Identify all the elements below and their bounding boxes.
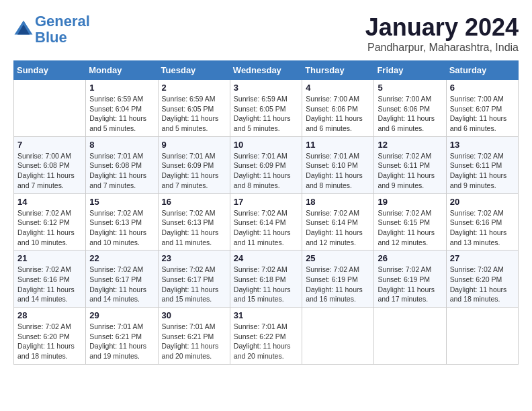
day-number: 21 xyxy=(17,253,82,263)
calendar-cell: 17Sunrise: 7:02 AMSunset: 6:14 PMDayligh… xyxy=(230,193,302,250)
day-number: 31 xyxy=(234,310,298,320)
weekday-header-row: SundayMondayTuesdayWednesdayThursdayFrid… xyxy=(14,61,519,80)
day-number: 14 xyxy=(17,197,82,207)
page-header: General Blue January 2024 Pandharpur, Ma… xyxy=(13,13,519,54)
weekday-header-saturday: Saturday xyxy=(446,61,518,80)
day-info: Sunrise: 7:02 AMSunset: 6:13 PMDaylight:… xyxy=(162,208,226,248)
calendar-cell: 13Sunrise: 7:02 AMSunset: 6:11 PMDayligh… xyxy=(446,136,518,193)
day-info: Sunrise: 7:02 AMSunset: 6:13 PMDaylight:… xyxy=(89,208,154,248)
day-number: 20 xyxy=(450,197,515,207)
day-info: Sunrise: 7:02 AMSunset: 6:16 PMDaylight:… xyxy=(450,208,515,248)
weekday-header-monday: Monday xyxy=(86,61,158,80)
logo-line2: Blue xyxy=(35,29,67,46)
day-number: 7 xyxy=(17,140,82,150)
calendar-week-row: 14Sunrise: 7:02 AMSunset: 6:12 PMDayligh… xyxy=(14,193,519,250)
calendar-cell: 23Sunrise: 7:02 AMSunset: 6:17 PMDayligh… xyxy=(158,250,230,308)
day-info: Sunrise: 7:00 AMSunset: 6:06 PMDaylight:… xyxy=(378,94,442,134)
day-info: Sunrise: 7:02 AMSunset: 6:16 PMDaylight:… xyxy=(17,265,82,304)
weekday-header-friday: Friday xyxy=(374,61,446,80)
calendar-cell: 16Sunrise: 7:02 AMSunset: 6:13 PMDayligh… xyxy=(158,193,230,250)
day-number: 29 xyxy=(89,310,154,320)
day-info: Sunrise: 7:02 AMSunset: 6:20 PMDaylight:… xyxy=(450,265,515,304)
day-info: Sunrise: 7:02 AMSunset: 6:11 PMDaylight:… xyxy=(378,151,442,191)
calendar-cell: 15Sunrise: 7:02 AMSunset: 6:13 PMDayligh… xyxy=(86,193,158,250)
calendar-cell: 27Sunrise: 7:02 AMSunset: 6:20 PMDayligh… xyxy=(446,250,518,308)
day-number: 6 xyxy=(450,83,515,93)
weekday-header-wednesday: Wednesday xyxy=(230,61,302,80)
calendar-cell: 14Sunrise: 7:02 AMSunset: 6:12 PMDayligh… xyxy=(14,193,86,250)
calendar-cell: 10Sunrise: 7:01 AMSunset: 6:09 PMDayligh… xyxy=(230,136,302,193)
calendar-week-row: 21Sunrise: 7:02 AMSunset: 6:16 PMDayligh… xyxy=(14,250,519,308)
day-number: 22 xyxy=(89,253,154,263)
day-info: Sunrise: 6:59 AMSunset: 6:05 PMDaylight:… xyxy=(162,94,226,134)
calendar-cell xyxy=(302,308,374,365)
day-number: 12 xyxy=(378,140,442,150)
weekday-header-tuesday: Tuesday xyxy=(158,61,230,80)
day-info: Sunrise: 6:59 AMSunset: 6:05 PMDaylight:… xyxy=(234,94,298,134)
calendar-cell: 25Sunrise: 7:02 AMSunset: 6:19 PMDayligh… xyxy=(302,250,374,308)
day-number: 26 xyxy=(378,253,442,263)
day-number: 18 xyxy=(306,197,370,207)
weekday-header-thursday: Thursday xyxy=(302,61,374,80)
day-info: Sunrise: 7:00 AMSunset: 6:07 PMDaylight:… xyxy=(450,94,515,134)
calendar-cell xyxy=(446,308,518,365)
calendar-body: 1Sunrise: 6:59 AMSunset: 6:04 PMDaylight… xyxy=(14,80,519,365)
calendar-cell: 28Sunrise: 7:02 AMSunset: 6:20 PMDayligh… xyxy=(14,308,86,365)
calendar-cell: 18Sunrise: 7:02 AMSunset: 6:14 PMDayligh… xyxy=(302,193,374,250)
day-info: Sunrise: 7:00 AMSunset: 6:08 PMDaylight:… xyxy=(17,151,82,191)
calendar-cell xyxy=(14,80,86,137)
day-info: Sunrise: 7:02 AMSunset: 6:18 PMDaylight:… xyxy=(234,265,298,304)
calendar-table: SundayMondayTuesdayWednesdayThursdayFrid… xyxy=(13,60,519,365)
day-number: 30 xyxy=(162,310,226,320)
day-number: 24 xyxy=(234,253,298,263)
calendar-cell: 6Sunrise: 7:00 AMSunset: 6:07 PMDaylight… xyxy=(446,80,518,137)
day-info: Sunrise: 7:02 AMSunset: 6:15 PMDaylight:… xyxy=(378,208,442,248)
day-info: Sunrise: 7:01 AMSunset: 6:22 PMDaylight:… xyxy=(234,322,298,361)
day-number: 2 xyxy=(162,83,226,93)
calendar-cell: 19Sunrise: 7:02 AMSunset: 6:15 PMDayligh… xyxy=(374,193,446,250)
day-info: Sunrise: 7:01 AMSunset: 6:09 PMDaylight:… xyxy=(234,151,298,191)
logo-line1: General xyxy=(35,13,90,30)
day-number: 15 xyxy=(89,197,154,207)
day-number: 16 xyxy=(162,197,226,207)
day-info: Sunrise: 7:01 AMSunset: 6:08 PMDaylight:… xyxy=(89,151,154,191)
day-info: Sunrise: 7:02 AMSunset: 6:14 PMDaylight:… xyxy=(234,208,298,248)
day-number: 13 xyxy=(450,140,515,150)
day-number: 28 xyxy=(17,310,82,320)
day-number: 23 xyxy=(162,253,226,263)
calendar-cell: 31Sunrise: 7:01 AMSunset: 6:22 PMDayligh… xyxy=(230,308,302,365)
calendar-week-row: 1Sunrise: 6:59 AMSunset: 6:04 PMDaylight… xyxy=(14,80,519,137)
calendar-cell: 22Sunrise: 7:02 AMSunset: 6:17 PMDayligh… xyxy=(86,250,158,308)
calendar-week-row: 28Sunrise: 7:02 AMSunset: 6:20 PMDayligh… xyxy=(14,308,519,365)
day-info: Sunrise: 7:01 AMSunset: 6:21 PMDaylight:… xyxy=(89,322,154,361)
calendar-cell: 9Sunrise: 7:01 AMSunset: 6:09 PMDaylight… xyxy=(158,136,230,193)
day-info: Sunrise: 7:01 AMSunset: 6:21 PMDaylight:… xyxy=(162,322,226,361)
day-number: 10 xyxy=(234,140,298,150)
calendar-cell: 30Sunrise: 7:01 AMSunset: 6:21 PMDayligh… xyxy=(158,308,230,365)
calendar-cell: 20Sunrise: 7:02 AMSunset: 6:16 PMDayligh… xyxy=(446,193,518,250)
day-number: 5 xyxy=(378,83,442,93)
calendar-cell: 1Sunrise: 6:59 AMSunset: 6:04 PMDaylight… xyxy=(86,80,158,137)
calendar-cell: 24Sunrise: 7:02 AMSunset: 6:18 PMDayligh… xyxy=(230,250,302,308)
calendar-cell: 29Sunrise: 7:01 AMSunset: 6:21 PMDayligh… xyxy=(86,308,158,365)
day-number: 17 xyxy=(234,197,298,207)
day-info: Sunrise: 7:02 AMSunset: 6:19 PMDaylight:… xyxy=(306,265,370,304)
day-number: 27 xyxy=(450,253,515,263)
day-number: 8 xyxy=(89,140,154,150)
calendar-cell: 5Sunrise: 7:00 AMSunset: 6:06 PMDaylight… xyxy=(374,80,446,137)
calendar-cell: 2Sunrise: 6:59 AMSunset: 6:05 PMDaylight… xyxy=(158,80,230,137)
calendar-cell: 3Sunrise: 6:59 AMSunset: 6:05 PMDaylight… xyxy=(230,80,302,137)
day-number: 25 xyxy=(306,253,370,263)
day-info: Sunrise: 7:01 AMSunset: 6:09 PMDaylight:… xyxy=(162,151,226,191)
day-info: Sunrise: 7:02 AMSunset: 6:17 PMDaylight:… xyxy=(162,265,226,304)
calendar-cell xyxy=(374,308,446,365)
day-number: 19 xyxy=(378,197,442,207)
logo-icon xyxy=(13,19,34,40)
day-info: Sunrise: 7:00 AMSunset: 6:06 PMDaylight:… xyxy=(306,94,370,134)
day-info: Sunrise: 7:02 AMSunset: 6:14 PMDaylight:… xyxy=(306,208,370,248)
calendar-cell: 11Sunrise: 7:01 AMSunset: 6:10 PMDayligh… xyxy=(302,136,374,193)
subtitle: Pandharpur, Maharashtra, India xyxy=(365,42,519,54)
day-info: Sunrise: 7:02 AMSunset: 6:19 PMDaylight:… xyxy=(378,265,442,304)
day-info: Sunrise: 7:02 AMSunset: 6:12 PMDaylight:… xyxy=(17,208,82,248)
day-number: 9 xyxy=(162,140,226,150)
